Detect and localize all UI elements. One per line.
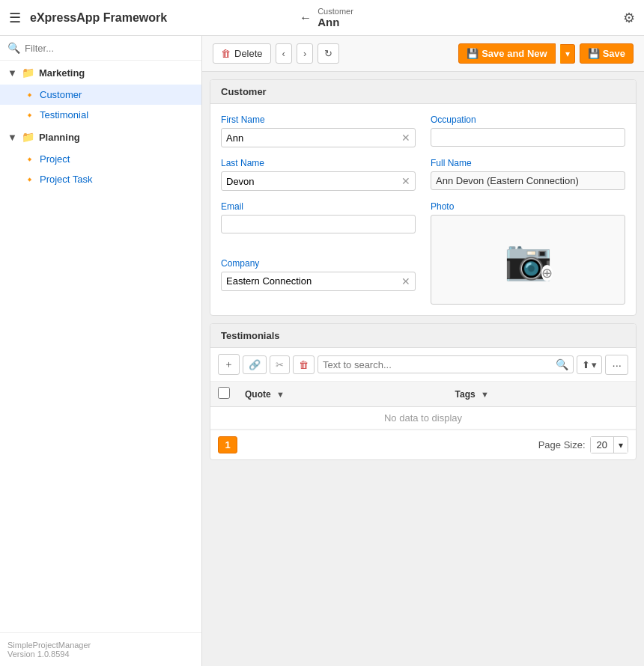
quote-filter-icon[interactable]: ▼ — [276, 390, 285, 399]
testimonials-section: Testimonials ＋ 🔗 ✂ 🗑 🔍 ⬆ ▾ ··· — [210, 323, 637, 460]
planning-expand-icon: ▼ — [7, 132, 17, 143]
export-dropdown-icon: ▾ — [592, 359, 597, 370]
company-input[interactable] — [226, 275, 398, 287]
save-and-new-dropdown[interactable]: ▾ — [560, 44, 575, 64]
first-name-label: First Name — [221, 114, 416, 125]
project-task-item-icon: 🔸 — [24, 174, 35, 185]
col-checkbox — [210, 382, 237, 407]
first-name-clear-button[interactable]: ✕ — [401, 132, 410, 144]
email-field: Email — [221, 201, 416, 248]
email-label: Email — [221, 201, 416, 212]
page-size-label: Page Size: — [538, 439, 586, 450]
page-size-value: 20 — [591, 437, 614, 453]
sidebar-item-project-task-label: Project Task — [40, 174, 93, 185]
last-name-clear-button[interactable]: ✕ — [401, 175, 410, 187]
last-name-field: Last Name ✕ — [221, 158, 416, 191]
save-icon: 💾 — [588, 48, 600, 59]
sidebar-filter-input[interactable] — [25, 43, 194, 54]
full-name-input-wrap — [431, 171, 625, 190]
company-clear-button[interactable]: ✕ — [401, 275, 410, 287]
customer-form-body: First Name ✕ Occupation Last Name — [210, 104, 636, 315]
tags-filter-icon[interactable]: ▼ — [481, 390, 489, 399]
occupation-field: Occupation — [431, 114, 625, 147]
project-item-icon: 🔸 — [24, 154, 35, 165]
sidebar-group-marketing-header[interactable]: ▼ 📁 Marketing — [0, 61, 201, 85]
sidebar-item-project-label: Project — [40, 153, 70, 165]
filter-icon: 🔍 — [7, 42, 20, 54]
photo-camera-icon-wrap: 📷 ⊕ — [504, 237, 553, 283]
email-input-wrap — [221, 215, 416, 233]
breadcrumb-current: Ann — [318, 16, 339, 28]
save-and-new-label: Save and New — [482, 48, 547, 59]
export-icon: ⬆ — [582, 359, 590, 370]
last-name-label: Last Name — [221, 158, 416, 168]
first-name-input[interactable] — [226, 132, 398, 144]
sidebar-filter-wrap: 🔍 — [0, 36, 201, 61]
company-field: Company ✕ — [221, 258, 416, 305]
back-button[interactable]: ← — [300, 11, 312, 25]
email-input[interactable] — [226, 219, 410, 230]
occupation-label: Occupation — [431, 114, 625, 125]
testimonials-toolbar: ＋ 🔗 ✂ 🗑 🔍 ⬆ ▾ ··· — [210, 348, 636, 382]
planning-label: Planning — [39, 132, 80, 143]
testimonial-item-icon: 🔸 — [24, 110, 35, 120]
sidebar-item-project-task[interactable]: 🔸 Project Task — [0, 169, 201, 189]
photo-label: Photo — [431, 201, 625, 212]
col-quote-header: Quote ▼ — [237, 382, 448, 407]
save-and-new-button[interactable]: 💾 Save and New — [458, 43, 555, 64]
main-layout: 🔍 ▼ 📁 Marketing 🔸 Customer 🔸 Testimonial… — [0, 36, 644, 666]
testimonials-search-button[interactable]: 🔍 — [556, 358, 568, 370]
testimonials-link-button[interactable]: 🔗 — [243, 355, 267, 374]
sidebar-group-planning-header[interactable]: ▼ 📁 Planning — [0, 125, 201, 149]
select-all-checkbox[interactable] — [218, 387, 230, 399]
footer-line1: SimpleProjectManager — [7, 641, 194, 650]
footer-line2: Version 1.0.8594 — [7, 650, 194, 659]
photo-add-icon: ⊕ — [541, 265, 553, 281]
last-name-input[interactable] — [226, 176, 398, 187]
testimonials-add-button[interactable]: ＋ — [218, 354, 240, 375]
photo-upload-area[interactable]: 📷 ⊕ — [431, 215, 625, 305]
sidebar-item-customer[interactable]: 🔸 Customer — [0, 85, 201, 105]
planning-folder-icon: 📁 — [22, 131, 34, 143]
occupation-input[interactable] — [436, 132, 620, 143]
sidebar-item-testimonial[interactable]: 🔸 Testimonial — [0, 105, 201, 125]
sidebar-footer: SimpleProjectManager Version 1.0.8594 — [0, 632, 201, 666]
last-name-input-wrap: ✕ — [221, 171, 416, 191]
sidebar-item-testimonial-label: Testimonial — [40, 109, 88, 120]
testimonials-export-button[interactable]: ⬆ ▾ — [577, 355, 602, 374]
col-tags-header: Tags ▼ — [448, 382, 636, 407]
page-size-dropdown-button[interactable]: ▾ — [614, 438, 628, 453]
testimonials-unlink-button[interactable]: ✂ — [270, 355, 290, 374]
sidebar: 🔍 ▼ 📁 Marketing 🔸 Customer 🔸 Testimonial… — [0, 36, 202, 666]
delete-button[interactable]: 🗑 Delete — [213, 43, 271, 64]
testimonials-delete-button[interactable]: 🗑 — [293, 355, 315, 374]
breadcrumb-parent: Customer — [318, 7, 353, 16]
nav-prev-button[interactable]: ‹ — [276, 43, 292, 64]
settings-icon[interactable]: ⚙ — [623, 10, 635, 26]
sidebar-item-project[interactable]: 🔸 Project — [0, 149, 201, 169]
testimonials-more-button[interactable]: ··· — [605, 355, 628, 375]
testimonials-table: Quote ▼ Tags ▼ No data to display — [210, 382, 636, 430]
customer-form-header: Customer — [210, 80, 636, 104]
first-name-field: First Name ✕ — [221, 114, 416, 147]
testimonials-search-wrap: 🔍 — [318, 355, 574, 373]
full-name-input[interactable] — [436, 175, 620, 186]
refresh-button[interactable]: ↻ — [318, 43, 339, 64]
full-name-label: Full Name — [431, 158, 625, 168]
testimonials-header: Testimonials — [210, 324, 636, 348]
menu-icon[interactable]: ☰ — [9, 10, 21, 26]
topbar: ☰ eXpressApp Framework ← Customer Ann ⚙ — [0, 0, 644, 36]
save-button[interactable]: 💾 Save — [580, 43, 634, 64]
first-name-input-wrap: ✕ — [221, 128, 416, 147]
occupation-input-wrap — [431, 128, 625, 147]
marketing-folder-icon: 📁 — [22, 67, 34, 79]
page-1-button[interactable]: 1 — [218, 436, 237, 453]
table-no-data-row: No data to display — [210, 407, 636, 430]
full-name-field: Full Name — [431, 158, 625, 191]
company-input-wrap: ✕ — [221, 272, 416, 291]
nav-next-button[interactable]: › — [297, 43, 313, 64]
delete-icon: 🗑 — [221, 48, 231, 59]
sidebar-group-marketing: ▼ 📁 Marketing 🔸 Customer 🔸 Testimonial — [0, 61, 201, 125]
testimonials-search-input[interactable] — [323, 359, 556, 370]
marketing-expand-icon: ▼ — [7, 67, 17, 79]
